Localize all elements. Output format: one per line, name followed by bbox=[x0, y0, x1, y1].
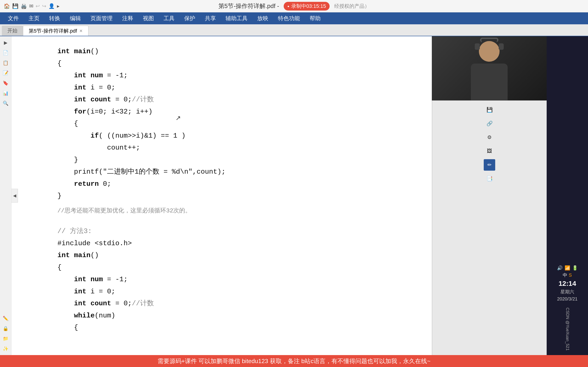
right-tools-panel: 💾 🔗 ⚙ 🖼 ✏ 📑 bbox=[432, 100, 547, 355]
webcam-area bbox=[432, 36, 547, 100]
sidebar-lock-btn[interactable]: 🔒 bbox=[2, 324, 10, 333]
headset-band bbox=[480, 38, 498, 42]
recording-dot: ● bbox=[287, 4, 289, 8]
left-sidebar: ▶ 📄 📋 📝 🔖 📊 🔍 ✏️ 🔒 📁 ✨ bbox=[0, 36, 11, 355]
person-head bbox=[479, 41, 500, 62]
title-center: 第5节-操作符详解.pdf - ● 录制中03:15:15 经授权的产品） bbox=[218, 2, 370, 10]
code-section-2: // 方法3: #include <stdio.h> int main() { … bbox=[57, 225, 418, 334]
volume-icon: 🔊 bbox=[557, 265, 563, 271]
right-tool-save[interactable]: 💾 bbox=[484, 104, 495, 116]
menu-share[interactable]: 共享 bbox=[201, 13, 220, 23]
right-tool-doc[interactable]: 📑 bbox=[484, 173, 495, 184]
person-body bbox=[471, 64, 508, 100]
expand-arrow[interactable]: ◀ bbox=[11, 189, 18, 202]
menu-tools[interactable]: 工具 bbox=[159, 13, 179, 23]
tab-pdf-label: 第5节-操作符详解.pdf bbox=[29, 27, 77, 34]
tab-close-icon[interactable]: ✕ bbox=[79, 28, 83, 33]
pdf-content: int main() { int num = -1; int i = 0; in… bbox=[11, 36, 432, 355]
lang-indicator: 中 bbox=[563, 272, 567, 278]
sidebar-page-btn[interactable]: 📄 bbox=[2, 49, 10, 57]
clock-display: 12:14 bbox=[559, 280, 576, 287]
pdf-area: ◀ int main() { int num = -1; int i = 0; … bbox=[11, 36, 432, 355]
code-section-1: int main() { int num = -1; int i = 0; in… bbox=[57, 45, 418, 202]
webcam-bg bbox=[432, 36, 547, 100]
menu-assist[interactable]: 辅助工具 bbox=[221, 13, 252, 23]
menu-help[interactable]: 帮助 bbox=[305, 13, 325, 23]
menu-protect[interactable]: 保护 bbox=[180, 13, 199, 23]
menu-bar: 文件 主页 转换 编辑 页面管理 注释 视图 工具 保护 共享 辅助工具 放映 … bbox=[0, 12, 588, 24]
right-tool-link[interactable]: 🔗 bbox=[484, 118, 495, 129]
right-tool-gear[interactable]: ⚙ bbox=[484, 132, 495, 143]
menu-convert[interactable]: 转换 bbox=[45, 13, 64, 23]
notification-text: 需要源码+课件 可以加鹏哥微信 bitedu123 获取，备注 b站c语言，有不… bbox=[157, 357, 431, 365]
recording-badge: ● 录制中03:15:15 bbox=[284, 2, 330, 10]
pdf-title: 第5节-操作符详解.pdf - bbox=[218, 2, 279, 10]
menu-view[interactable]: 视图 bbox=[139, 13, 158, 23]
menu-home[interactable]: 主页 bbox=[24, 13, 44, 23]
tray-icons: 🔊 📶 🔋 bbox=[557, 265, 578, 271]
headset-left bbox=[475, 43, 480, 50]
tab-start[interactable]: 开始 bbox=[2, 26, 23, 36]
sidebar-star-btn[interactable]: ✨ bbox=[2, 344, 10, 353]
right-tool-pen[interactable]: ✏ bbox=[484, 159, 495, 171]
sidebar-expand-btn[interactable]: ▶ bbox=[2, 39, 10, 47]
menu-edit[interactable]: 编辑 bbox=[66, 13, 85, 23]
menu-file[interactable]: 文件 bbox=[4, 13, 23, 23]
right-section: 💾 🔗 ⚙ 🖼 ✏ 📑 bbox=[432, 36, 547, 355]
sidebar-search-btn[interactable]: 🔍 bbox=[2, 99, 10, 107]
wifi-icon: 📶 bbox=[565, 265, 570, 271]
bottom-notification-bar: 需要源码+课件 可以加鹏哥微信 bitedu123 获取，备注 b站c语言，有不… bbox=[0, 355, 588, 367]
date-display: 2020/3/21 bbox=[557, 296, 578, 302]
input-mode: S bbox=[569, 273, 572, 278]
weekday-display: 星期六 bbox=[561, 289, 574, 295]
sidebar-folder-btn[interactable]: 📁 bbox=[2, 334, 10, 343]
headset-right bbox=[499, 43, 504, 50]
tab-bar: 开始 第5节-操作符详解.pdf ✕ bbox=[0, 24, 588, 36]
system-tray: 🔊 📶 🔋 中 S 12:14 星期六 2020/3/21 CSDN @YueX… bbox=[547, 36, 588, 355]
lang-row: 中 S bbox=[563, 272, 572, 278]
menu-play[interactable]: 放映 bbox=[253, 13, 272, 23]
person-figure bbox=[471, 41, 508, 100]
recording-time: 录制中03:15:15 bbox=[291, 3, 326, 10]
main-layout: ▶ 📄 📋 📝 🔖 📊 🔍 ✏️ 🔒 📁 ✨ ◀ int main() { in… bbox=[0, 36, 588, 355]
toolbar-icons[interactable]: 🏠 💾 🖨️ ✉ ↩ ↪ 👤 ▸ bbox=[4, 3, 60, 9]
sidebar-copy-btn[interactable]: 📋 bbox=[2, 59, 10, 67]
menu-annotate[interactable]: 注释 bbox=[118, 13, 137, 23]
sidebar-edit-btn[interactable]: 📝 bbox=[2, 69, 10, 77]
tab-pdf[interactable]: 第5节-操作符详解.pdf ✕ bbox=[23, 26, 88, 36]
battery-icon: 🔋 bbox=[572, 265, 578, 271]
menu-feature[interactable]: 特色功能 bbox=[274, 13, 304, 23]
comment-section: //思考还能不能更加优化，这里必须循环32次的。 bbox=[57, 206, 418, 216]
sidebar-chart-btn[interactable]: 📊 bbox=[2, 89, 10, 97]
brand-text: 经授权的产品） bbox=[334, 3, 370, 10]
title-bar: 🏠 💾 🖨️ ✉ ↩ ↪ 👤 ▸ 第5节-操作符详解.pdf - ● 录制中03… bbox=[0, 0, 588, 12]
sidebar-pen-btn[interactable]: ✏️ bbox=[2, 314, 10, 323]
tab-start-label: 开始 bbox=[7, 27, 17, 34]
csdn-watermark: CSDN @YueXuan_521 bbox=[565, 308, 570, 350]
right-tool-image[interactable]: 🖼 bbox=[484, 145, 495, 157]
sidebar-bookmark-btn[interactable]: 🔖 bbox=[2, 79, 10, 87]
menu-page[interactable]: 页面管理 bbox=[86, 13, 117, 23]
